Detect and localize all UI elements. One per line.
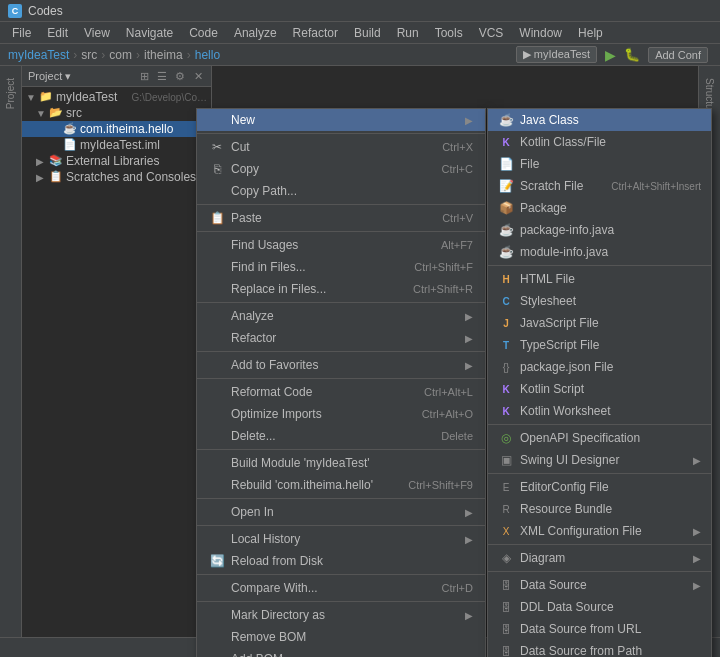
submenu-label-packagejson: package.json File	[520, 360, 701, 374]
ctx-item-findusages[interactable]: Find Usages Alt+F7	[197, 234, 485, 256]
ctx-item-favorites[interactable]: Add to Favorites ▶	[197, 354, 485, 376]
breadcrumb-itheima[interactable]: itheima	[144, 48, 183, 62]
submenu-item-html[interactable]: H HTML File	[488, 268, 711, 290]
ctx-label-cut: Cut	[231, 140, 436, 154]
submenu-label-html: HTML File	[520, 272, 701, 286]
panel-icon-4[interactable]: ✕	[191, 69, 205, 83]
menu-vcs[interactable]: VCS	[471, 24, 512, 42]
submenu-sep-5	[488, 571, 711, 572]
breadcrumb-myideatest[interactable]: myIdeaTest	[8, 48, 69, 62]
submenu-item-datasource[interactable]: 🗄 Data Source ▶	[488, 574, 711, 596]
submenu-item-package[interactable]: 📦 Package	[488, 197, 711, 219]
panel-icon-1[interactable]: ⊞	[137, 69, 151, 83]
packageinfo-icon: ☕	[498, 222, 514, 238]
breadcrumb-hello[interactable]: hello	[195, 48, 220, 62]
ctx-label-new: New	[231, 113, 459, 127]
submenu-item-scratch[interactable]: 📝 Scratch File Ctrl+Alt+Shift+Insert	[488, 175, 711, 197]
menu-code[interactable]: Code	[181, 24, 226, 42]
menu-build[interactable]: Build	[346, 24, 389, 42]
submenu-item-diagram[interactable]: ◈ Diagram ▶	[488, 547, 711, 569]
js-icon: J	[498, 315, 514, 331]
ctx-item-markdir[interactable]: Mark Directory as ▶	[197, 604, 485, 626]
tree-label-iml: myIdeaTest.iml	[80, 138, 207, 152]
ctx-item-removebom[interactable]: Remove BOM	[197, 626, 485, 648]
ctx-shortcut-rebuild: Ctrl+Shift+F9	[408, 479, 473, 491]
add-conf-button[interactable]: Add Conf	[648, 47, 708, 63]
ctx-item-rebuild[interactable]: Rebuild 'com.itheima.hello' Ctrl+Shift+F…	[197, 474, 485, 496]
run-config-dropdown[interactable]: ▶ myIdeaTest	[516, 46, 597, 63]
ctx-item-refactor[interactable]: Refactor ▶	[197, 327, 485, 349]
tree-item-ext[interactable]: ▶ 📚 External Libraries	[22, 153, 211, 169]
submenu-item-datasource-url[interactable]: 🗄 Data Source from URL	[488, 618, 711, 640]
ctx-item-buildmodule[interactable]: Build Module 'myIdeaTest'	[197, 452, 485, 474]
tree-item-scratch[interactable]: ▶ 📋 Scratches and Consoles	[22, 169, 211, 185]
ctx-item-findinfiles[interactable]: Find in Files... Ctrl+Shift+F	[197, 256, 485, 278]
panel-icon-2[interactable]: ☰	[155, 69, 169, 83]
ctx-item-copy[interactable]: ⎘ Copy Ctrl+C	[197, 158, 485, 180]
menu-refactor[interactable]: Refactor	[285, 24, 346, 42]
submenu-item-moduleinfo[interactable]: ☕ module-info.java	[488, 241, 711, 263]
ctx-item-localhistory[interactable]: Local History ▶	[197, 528, 485, 550]
submenu-label-moduleinfo: module-info.java	[520, 245, 701, 259]
submenu-item-openapi[interactable]: ◎ OpenAPI Specification	[488, 427, 711, 449]
panel-header-icons: ⊞ ☰ ⚙ ✕	[137, 69, 205, 83]
submenu-item-kotlinclass[interactable]: K Kotlin Class/File	[488, 131, 711, 153]
ctx-label-addbom: Add BOM	[231, 652, 473, 657]
run-button[interactable]: ▶	[605, 47, 616, 63]
ctx-label-copy: Copy	[231, 162, 436, 176]
tree-item-hello[interactable]: ☕ com.itheima.hello	[22, 121, 211, 137]
breadcrumb-src[interactable]: src	[81, 48, 97, 62]
menu-analyze[interactable]: Analyze	[226, 24, 285, 42]
debug-button[interactable]: 🐛	[624, 47, 640, 62]
ctx-arrow-analyze: ▶	[465, 311, 473, 322]
tree-arrow-root: ▼	[26, 92, 36, 103]
tree-item-root[interactable]: ▼ 📁 myIdeaTest G:\Develop\Co…	[22, 89, 211, 105]
ctx-item-reformat[interactable]: Reformat Code Ctrl+Alt+L	[197, 381, 485, 403]
submenu-item-ddldatasource[interactable]: 🗄 DDL Data Source	[488, 596, 711, 618]
ctx-item-delete[interactable]: Delete... Delete	[197, 425, 485, 447]
ctx-item-paste[interactable]: 📋 Paste Ctrl+V	[197, 207, 485, 229]
submenu-item-file[interactable]: 📄 File	[488, 153, 711, 175]
menu-view[interactable]: View	[76, 24, 118, 42]
submenu-item-stylesheet[interactable]: C Stylesheet	[488, 290, 711, 312]
submenu-item-javaclass[interactable]: ☕ Java Class	[488, 109, 711, 131]
menu-tools[interactable]: Tools	[427, 24, 471, 42]
submenu-item-ts[interactable]: T TypeScript File	[488, 334, 711, 356]
submenu-item-kotlinscript[interactable]: K Kotlin Script	[488, 378, 711, 400]
ctx-item-replaceinfiles[interactable]: Replace in Files... Ctrl+Shift+R	[197, 278, 485, 300]
menu-run[interactable]: Run	[389, 24, 427, 42]
panel-icon-3[interactable]: ⚙	[173, 69, 187, 83]
ctx-item-optimize[interactable]: Optimize Imports Ctrl+Alt+O	[197, 403, 485, 425]
breadcrumb-com[interactable]: com	[109, 48, 132, 62]
ctx-item-openin[interactable]: Open In ▶	[197, 501, 485, 523]
ctx-item-compare[interactable]: Compare With... Ctrl+D	[197, 577, 485, 599]
submenu-item-resourcebundle[interactable]: R Resource Bundle	[488, 498, 711, 520]
tree-item-src[interactable]: ▼ 📂 src	[22, 105, 211, 121]
ctx-item-reload[interactable]: 🔄 Reload from Disk	[197, 550, 485, 572]
submenu-item-kotlinworksheet[interactable]: K Kotlin Worksheet	[488, 400, 711, 422]
ctx-icon-analyze	[209, 308, 225, 324]
tree-label-scratch: Scratches and Consoles	[66, 170, 207, 184]
submenu-item-editorconfig[interactable]: E EditorConfig File	[488, 476, 711, 498]
ctx-item-cut[interactable]: ✂ Cut Ctrl+X	[197, 136, 485, 158]
ctx-icon-reload: 🔄	[209, 553, 225, 569]
submenu-item-packagejson[interactable]: {} package.json File	[488, 356, 711, 378]
submenu-item-packageinfo[interactable]: ☕ package-info.java	[488, 219, 711, 241]
menu-help[interactable]: Help	[570, 24, 611, 42]
menu-file[interactable]: File	[4, 24, 39, 42]
panel-header: Project ▾ ⊞ ☰ ⚙ ✕	[22, 66, 211, 87]
ctx-sep-9	[197, 525, 485, 526]
tree-item-iml[interactable]: 📄 myIdeaTest.iml	[22, 137, 211, 153]
menu-navigate[interactable]: Navigate	[118, 24, 181, 42]
submenu-item-js[interactable]: J JavaScript File	[488, 312, 711, 334]
submenu-item-swing[interactable]: ▣ Swing UI Designer ▶	[488, 449, 711, 471]
menu-window[interactable]: Window	[511, 24, 570, 42]
ctx-item-analyze[interactable]: Analyze ▶	[197, 305, 485, 327]
app-icon: C	[8, 4, 22, 18]
ctx-item-copypath[interactable]: Copy Path...	[197, 180, 485, 202]
submenu-item-xmlconfig[interactable]: X XML Configuration File ▶	[488, 520, 711, 542]
ctx-item-addbom[interactable]: Add BOM	[197, 648, 485, 657]
ctx-item-new[interactable]: New ▶	[197, 109, 485, 131]
menu-edit[interactable]: Edit	[39, 24, 76, 42]
submenu-item-datasource-path[interactable]: 🗄 Data Source from Path	[488, 640, 711, 657]
